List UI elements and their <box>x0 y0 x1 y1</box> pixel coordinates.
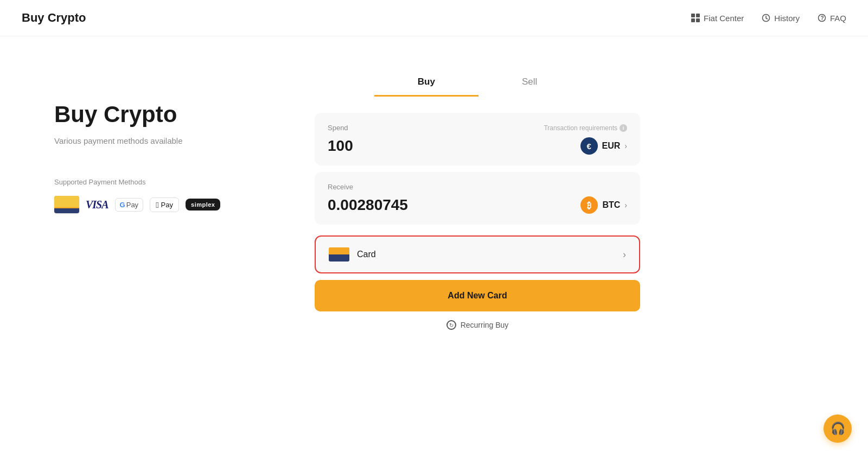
fiat-center-label: Fiat Center <box>704 14 744 23</box>
visa-payment-icon: VISA <box>86 195 108 214</box>
history-icon <box>761 13 771 23</box>
eur-icon: € <box>580 137 598 155</box>
gpay-payment-icon: GPay <box>115 198 144 212</box>
applepay-payment-icon: Pay <box>150 197 179 212</box>
history-nav[interactable]: History <box>761 13 800 23</box>
spend-label: Spend <box>328 124 348 132</box>
card-option-chevron-icon: › <box>623 249 626 260</box>
main-content: Buy Crypto Various payment methods avail… <box>0 36 868 352</box>
hero-subtitle: Various payment methods available <box>54 136 271 145</box>
page-title: Buy Crypto <box>22 11 86 25</box>
tab-buy[interactable]: Buy <box>374 69 478 97</box>
fiat-currency-selector[interactable]: € EUR › <box>580 137 627 155</box>
receive-label-row: Receive <box>328 183 627 191</box>
header-nav: Fiat Center History ? FAQ <box>691 13 846 23</box>
spend-amount[interactable]: 100 <box>328 137 353 155</box>
info-icon[interactable]: i <box>620 124 627 132</box>
fiat-currency-label: EUR <box>602 141 621 151</box>
question-icon: ? <box>817 13 827 23</box>
fiat-center-nav[interactable]: Fiat Center <box>691 13 744 23</box>
crypto-currency-label: BTC <box>602 200 620 210</box>
spend-row: 100 € EUR › <box>328 137 627 155</box>
payment-methods-label: Supported Payment Methods <box>54 178 271 186</box>
receive-box: Receive 0.00280745 ₿ BTC › <box>315 172 640 225</box>
btc-icon: ₿ <box>580 196 598 214</box>
receive-amount: 0.00280745 <box>328 196 408 214</box>
card-payment-option[interactable]: Card › <box>315 235 640 273</box>
tab-sell[interactable]: Sell <box>478 69 580 97</box>
hero-title: Buy Crypto <box>54 101 271 127</box>
crypto-currency-selector[interactable]: ₿ BTC › <box>580 196 627 214</box>
card-option-label: Card <box>357 250 376 259</box>
fiat-center-icon <box>691 13 700 23</box>
spend-label-row: Spend Transaction requirements i <box>328 124 627 132</box>
receive-label: Receive <box>328 183 353 191</box>
crypto-chevron-icon: › <box>624 201 627 209</box>
recurring-buy-link[interactable]: ↻ Recurring Buy <box>315 320 640 330</box>
right-panel: Buy Sell Spend Transaction requirements … <box>315 69 640 330</box>
simplex-payment-icon: simplex <box>186 199 220 211</box>
svg-text:?: ? <box>820 15 824 21</box>
buy-sell-tabs: Buy Sell <box>315 69 640 97</box>
card-payment-icon <box>54 196 79 213</box>
spend-box: Spend Transaction requirements i 100 € E… <box>315 113 640 165</box>
left-panel: Buy Crypto Various payment methods avail… <box>54 69 271 330</box>
faq-nav[interactable]: ? FAQ <box>817 13 846 23</box>
fiat-chevron-icon: › <box>624 142 627 150</box>
headphones-icon: 🎧 <box>831 422 845 436</box>
card-option-left: Card <box>329 247 376 262</box>
receive-row: 0.00280745 ₿ BTC › <box>328 196 627 214</box>
support-fab-button[interactable]: 🎧 <box>824 415 852 443</box>
faq-label: FAQ <box>830 14 846 23</box>
history-label: History <box>774 14 800 23</box>
transaction-requirements: Transaction requirements i <box>544 124 627 132</box>
recurring-buy-label: Recurring Buy <box>461 321 509 329</box>
transaction-req-label: Transaction requirements <box>544 124 617 132</box>
header: Buy Crypto Fiat Center History <box>0 0 868 36</box>
recurring-icon: ↻ <box>446 320 456 330</box>
payment-icons-row: VISA GPay Pay simplex <box>54 195 271 214</box>
add-new-card-button[interactable]: Add New Card <box>315 280 640 311</box>
card-option-icon <box>329 247 349 262</box>
